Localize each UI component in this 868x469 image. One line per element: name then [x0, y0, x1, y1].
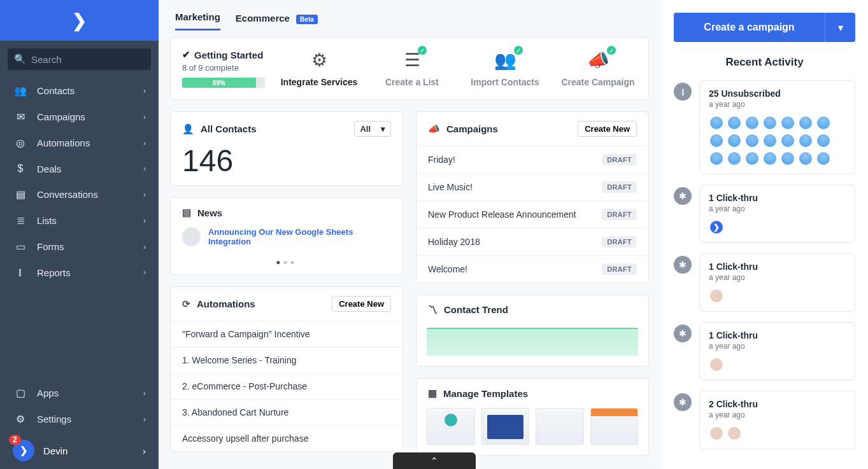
automation-row[interactable]: 1. Welcome Series - Training: [171, 347, 402, 373]
search-input[interactable]: [31, 54, 152, 65]
activity-item[interactable]: ✱1 Click-thrua year ago: [674, 322, 855, 381]
search-box[interactable]: 🔍: [8, 48, 151, 70]
template-thumbnail[interactable]: [590, 408, 639, 445]
activity-time: a year ago: [709, 273, 846, 282]
sidebar-item-label: Conversations: [37, 189, 98, 200]
campaign-row[interactable]: Friday!DRAFT: [416, 146, 648, 173]
campaign-row[interactable]: Live Music!DRAFT: [416, 173, 648, 200]
chevron-right-icon: ›: [143, 87, 146, 95]
activity-type-icon: ✱: [674, 325, 692, 342]
activity-type-icon: ⫿: [674, 83, 692, 101]
sidebar-item-reports[interactable]: ⫿Reports›: [0, 260, 159, 285]
news-icon: ▤: [182, 207, 191, 218]
contacts-count: 146: [171, 146, 402, 185]
automation-row[interactable]: "Forward a Campaign" Incentive: [171, 321, 402, 347]
status-badge: DRAFT: [602, 236, 637, 248]
template-thumbnail[interactable]: [427, 408, 475, 445]
automation-row[interactable]: 2. eCommerce - Post-Purchase: [171, 373, 402, 399]
create-campaign-split-button: Create a campaign ▾: [674, 13, 855, 42]
create-automation-button[interactable]: Create New: [332, 296, 391, 312]
activity-item[interactable]: ✱1 Click-thrua year ago: [674, 253, 855, 312]
avatar: [709, 357, 724, 372]
gear-icon: ⚙: [311, 50, 327, 71]
chevron-right-icon: ›: [143, 164, 146, 173]
card-title: News: [197, 207, 222, 218]
check-icon: ✓: [418, 46, 427, 55]
activity-item[interactable]: ✱1 Click-thrua year ago❯: [674, 185, 855, 243]
chevron-right-icon: ›: [143, 389, 146, 398]
avatar: [727, 151, 742, 166]
card-title: Campaigns: [446, 123, 498, 134]
contacts-filter-select[interactable]: All ▾: [354, 121, 391, 137]
template-thumbnail[interactable]: [481, 408, 530, 445]
sidebar-item-forms[interactable]: ▭Forms›: [0, 234, 159, 260]
create-campaign-button[interactable]: Create New: [578, 121, 637, 137]
chevron-right-icon: ›: [143, 415, 146, 424]
logo[interactable]: ❯: [0, 0, 159, 41]
create-campaign-main-button[interactable]: Create a campaign: [674, 13, 825, 42]
bottom-tray-toggle[interactable]: ⌃: [393, 452, 476, 469]
step-import-contacts[interactable]: 👥✓Import Contacts: [466, 50, 544, 87]
status-badge: DRAFT: [602, 181, 637, 193]
all-contacts-card: 👤 All Contacts All ▾ 146: [170, 111, 403, 186]
activity-title: 1 Click-thru: [709, 262, 846, 272]
activity-time: a year ago: [709, 100, 846, 109]
step-integrate-services[interactable]: ⚙Integrate Services: [280, 50, 358, 87]
campaign-row[interactable]: Holiday 2018DRAFT: [416, 228, 648, 255]
chevron-right-icon: ›: [143, 139, 146, 148]
activity-title: 1 Click-thru: [709, 193, 846, 203]
sidebar-item-user[interactable]: ❯ 2 Devin ›: [0, 432, 159, 469]
avatar: [780, 151, 795, 166]
chevron-right-icon: ›: [143, 113, 146, 122]
list-icon: ☰✓: [404, 50, 420, 71]
step-create-campaign[interactable]: 📣✓Create Campaign: [559, 50, 637, 87]
automations-icon: ◎: [13, 137, 28, 149]
create-campaign-dropdown-button[interactable]: ▾: [825, 13, 855, 42]
tab-ecommerce[interactable]: Ecommerce Beta: [236, 13, 318, 30]
sidebar-item-automations[interactable]: ◎Automations›: [0, 130, 159, 156]
avatar: [762, 133, 778, 148]
activity-avatars: [709, 357, 846, 372]
campaigns-icon: ✉: [13, 111, 28, 123]
getting-started-card: ✔Getting Started 8 of 9 complete 89% ⚙In…: [170, 37, 649, 100]
news-headline-link[interactable]: Announcing Our New Google Sheets Integra…: [208, 227, 391, 246]
sidebar-item-label: Apps: [37, 388, 59, 398]
activity-item[interactable]: ⫿25 Unsubscribeda year ago: [674, 80, 855, 174]
avatar: [798, 151, 813, 166]
refresh-icon: ⟳: [182, 298, 190, 310]
automation-row[interactable]: Accessory upsell after purchase: [171, 425, 402, 451]
status-badge: DRAFT: [602, 154, 637, 165]
tab-marketing[interactable]: Marketing: [175, 11, 220, 31]
avatar: [744, 151, 760, 166]
step-create-list[interactable]: ☰✓Create a List: [373, 50, 451, 87]
notification-badge: 2: [9, 435, 21, 445]
sidebar-item-contacts[interactable]: 👥Contacts›: [0, 78, 159, 104]
sidebar-item-campaigns[interactable]: ✉Campaigns›: [0, 104, 159, 130]
status-badge: DRAFT: [602, 209, 637, 220]
contact-trend-card: 〽 Contact Trend: [416, 295, 649, 367]
sidebar-item-lists[interactable]: ≣Lists›: [0, 207, 159, 234]
sidebar-item-settings[interactable]: ⚙Settings›: [0, 406, 159, 432]
chevron-down-icon: ▾: [838, 22, 843, 34]
activity-type-icon: ✱: [674, 393, 692, 411]
avatar: ❯: [709, 220, 724, 235]
sidebar-item-apps[interactable]: ▢Apps›: [0, 380, 159, 406]
lists-icon: ≣: [13, 214, 28, 227]
chevron-right-icon: ›: [143, 190, 146, 199]
avatar: [798, 115, 813, 130]
template-thumbnail[interactable]: [536, 408, 584, 445]
campaign-row[interactable]: New Product Release AnnouncementDRAFT: [416, 200, 648, 228]
sidebar-item-deals[interactable]: $Deals›: [0, 156, 159, 181]
nav-primary: 👥Contacts› ✉Campaigns› ◎Automations› $De…: [0, 78, 159, 380]
sidebar-item-conversations[interactable]: ▤Conversations›: [0, 181, 159, 207]
avatar: [780, 115, 795, 130]
activity-item[interactable]: ✱2 Click-thrua year ago: [674, 391, 855, 449]
progress-fill: 89%: [182, 78, 256, 88]
campaign-row[interactable]: Welcome!DRAFT: [416, 255, 648, 283]
carousel-dots[interactable]: ●●●: [171, 254, 402, 274]
templates-card: ▦ Manage Templates: [416, 378, 649, 456]
automation-row[interactable]: 3. Abandoned Cart Nurture: [171, 399, 402, 425]
filter-value: All: [360, 124, 371, 134]
sidebar-item-label: Settings: [37, 414, 71, 424]
deals-icon: $: [13, 163, 28, 174]
